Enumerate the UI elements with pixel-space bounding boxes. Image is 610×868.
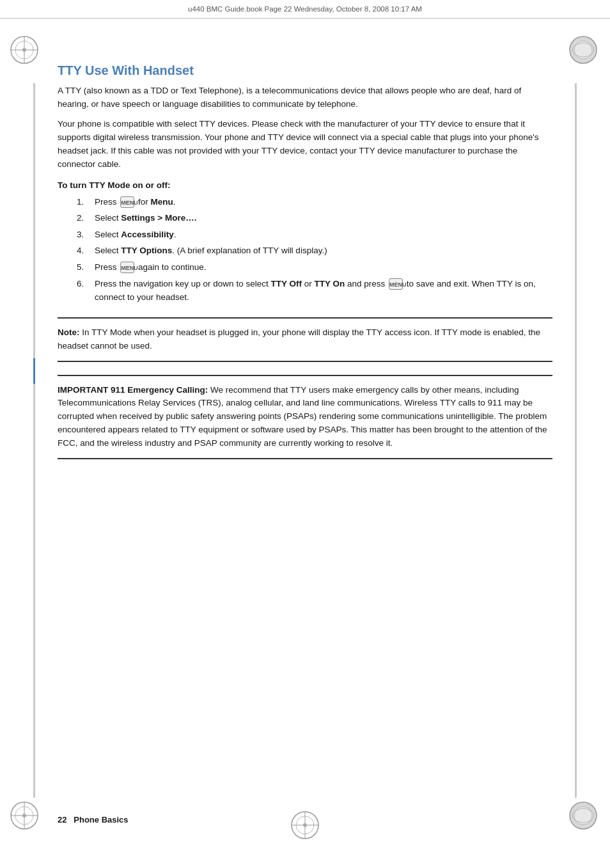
svg-point-16 — [303, 823, 307, 827]
step-2: 2. Select Settings > More…. — [77, 211, 552, 225]
svg-point-18 — [574, 807, 592, 825]
step-2-num: 2. — [77, 211, 95, 225]
instruction-heading: To turn TTY Mode on or off: — [58, 180, 552, 190]
corner-decoration-tr — [568, 35, 600, 67]
step-1-content: Press MENU for Menu. — [95, 195, 552, 209]
note-text: Note: In TTY Mode when your headset is p… — [58, 326, 552, 353]
step-6-content: Press the navigation key up or down to s… — [95, 277, 552, 304]
step-3-num: 3. — [77, 228, 95, 242]
step-3-content: Select Accessibility. — [95, 228, 552, 242]
menu-icon-3: MENU — [389, 278, 403, 290]
step-6: 6. Press the navigation key up or down t… — [77, 277, 552, 304]
right-bar — [575, 83, 577, 798]
step-4: 4. Select TTY Options. (A brief explanat… — [77, 244, 552, 258]
step-2-content: Select Settings > More…. — [95, 211, 552, 225]
page: u440 BMC Guide.book Page 22 Wednesday, O… — [0, 0, 610, 868]
left-bar — [33, 83, 35, 798]
step-1: 1. Press MENU for Menu. — [77, 195, 552, 209]
step-6-num: 6. — [77, 277, 95, 291]
menu-icon-1: MENU — [120, 196, 134, 208]
header-text: u440 BMC Guide.book Page 22 Wednesday, O… — [188, 5, 422, 13]
note-box: Note: In TTY Mode when your headset is p… — [58, 317, 552, 362]
footer-section: Phone Basics — [74, 815, 128, 825]
paragraph-1: A TTY (also known as a TDD or Text Telep… — [58, 84, 552, 111]
important-label: IMPORTANT 911 Emergency Calling: — [58, 385, 208, 395]
left-accent-bar — [33, 358, 35, 384]
steps-list: 1. Press MENU for Menu. 2. Select Settin… — [58, 195, 552, 304]
step-5-num: 5. — [77, 260, 95, 274]
corner-decoration-bc — [290, 810, 320, 840]
step-5-content: Press MENU again to continue. — [95, 260, 552, 274]
corner-decoration-tl — [10, 35, 42, 67]
svg-point-11 — [22, 814, 26, 817]
paragraph-2: Your phone is compatible with select TTY… — [58, 118, 552, 171]
important-text: IMPORTANT 911 Emergency Calling: We reco… — [58, 384, 552, 451]
footer-page-num: 22 — [58, 815, 66, 825]
step-4-num: 4. — [77, 244, 95, 258]
page-footer: 22 Phone Basics — [58, 815, 129, 825]
corner-decoration-bl — [10, 801, 42, 833]
menu-icon-2: MENU — [120, 262, 134, 273]
content: TTY Use With Handset A TTY (also known a… — [58, 19, 552, 459]
note-label: Note: — [58, 327, 80, 337]
svg-point-4 — [22, 48, 26, 52]
step-5: 5. Press MENU again to continue. — [77, 260, 552, 274]
step-3: 3. Select Accessibility. — [77, 228, 552, 242]
step-1-num: 1. — [77, 195, 95, 209]
step-4-content: Select TTY Options. (A brief explanation… — [95, 244, 552, 258]
section-title: TTY Use With Handset — [58, 63, 552, 78]
corner-decoration-br — [568, 801, 600, 833]
svg-point-6 — [574, 41, 592, 59]
note-body: In TTY Mode when your headset is plugged… — [58, 327, 540, 351]
page-header: u440 BMC Guide.book Page 22 Wednesday, O… — [0, 0, 610, 19]
important-box: IMPORTANT 911 Emergency Calling: We reco… — [58, 375, 552, 460]
